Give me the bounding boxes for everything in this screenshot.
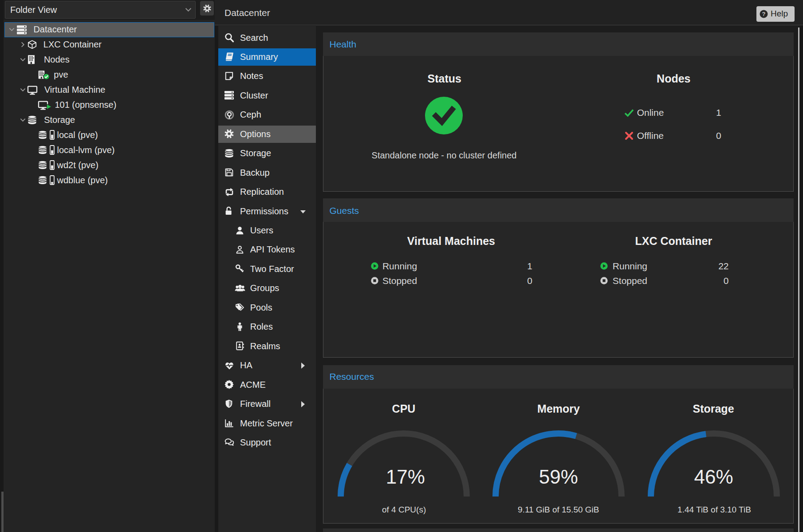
svg-text:?: ? [762, 11, 766, 17]
